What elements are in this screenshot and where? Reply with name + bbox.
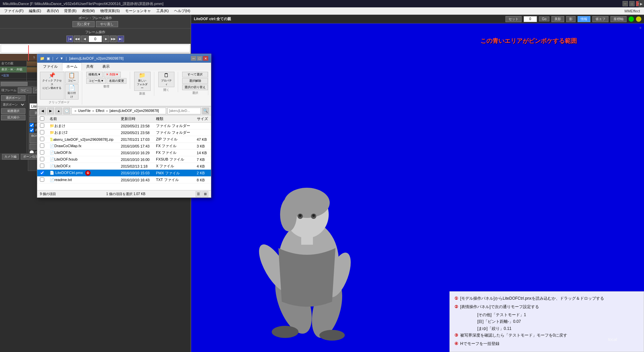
shadow-button[interactable]: 影 (566, 16, 576, 22)
economy-button[interactable]: 省エフ (592, 16, 608, 22)
explorer-maximize-btn[interactable]: □ (197, 56, 202, 61)
paste-ribbon-btn[interactable]: 📄 貼り付け (65, 84, 79, 100)
menu-file[interactable]: ファイル(F) (1, 8, 26, 14)
menu-edit[interactable]: 編集(E) (26, 8, 44, 14)
move-to-btn[interactable]: 移動先▼ (86, 72, 103, 77)
menu-motion[interactable]: モーションキャ (122, 8, 154, 14)
col-checkbox[interactable] (37, 115, 47, 123)
row-checkbox-fxsub[interactable] (40, 157, 44, 161)
view-value-input[interactable] (524, 16, 537, 22)
beauty-button[interactable]: 美影 (551, 16, 564, 22)
select-bones-button[interactable]: 選択ボーン (1, 95, 25, 101)
row-checkbox-pmx[interactable] (40, 171, 44, 175)
file-row-cocmap[interactable]: 📄DrawCoCMap.fx 2016/10/05 17:43 FX ファイル … (37, 143, 211, 150)
select-all-checkbox[interactable] (40, 116, 44, 121)
timeline-search-input[interactable] (1, 45, 190, 53)
col-date[interactable]: 更新日時 (118, 115, 153, 123)
scroll-right-button[interactable]: ▶ (639, 0, 644, 7)
row-checkbox-zip[interactable] (40, 137, 44, 141)
file-row-pmx[interactable]: 📄 LiteDOFCtrl.pmx ① 2016/10/10 15:03 PMX… (37, 170, 211, 177)
view-title: LiteDOF ctrl:全ての親 (194, 16, 503, 21)
file-row-readme[interactable]: 📄readme.txt 2016/10/10 16:43 TXT ファイル 8 … (37, 177, 211, 183)
ribbon-tab-share[interactable]: 共有 (82, 63, 98, 70)
select-all-btn[interactable]: すべて選択 (182, 72, 208, 77)
pin-btn[interactable]: 📌 クイック アクセスにピン留めする (40, 72, 64, 100)
zip-icon: 🗜 (50, 137, 53, 141)
undo-button[interactable]: 元に戻す (72, 21, 95, 27)
explorer-minimize-btn[interactable]: ─ (191, 56, 196, 61)
next-frame-button[interactable]: ▶ (103, 36, 109, 42)
menu-tool[interactable]: 工具(K) (154, 8, 171, 14)
set-button[interactable]: セット (505, 16, 522, 22)
deselect-btn[interactable]: 選択解除 (182, 78, 208, 84)
scrollbar-thumb[interactable] (1, 82, 28, 86)
file-date-cocmap: 2016/10/05 17:43 (118, 143, 153, 150)
menu-bg[interactable]: 背景(B) (61, 8, 79, 14)
viewport[interactable]: この青いエリアがピンボケする範囲 local tI ① [モデル操作パネル]から… (191, 23, 644, 352)
col-type[interactable]: 種類 (153, 115, 194, 123)
list-view-btn[interactable]: ☰ (196, 191, 202, 197)
row-checkbox-cocmap[interactable] (40, 143, 44, 148)
prev-frame-button[interactable]: ◀ (81, 36, 88, 42)
file-row-omake2[interactable]: 📁おまけ2 2020/05/21 23:58 ファイル フォルダー (37, 129, 211, 136)
fx-icon-litedof: 📄 (50, 151, 54, 155)
file-row-omake[interactable]: 📁おまけ 2020/05/21 23:58 ファイル フォルダー (37, 123, 211, 129)
menu-help[interactable]: ヘルプ(H) (171, 8, 193, 14)
col-size[interactable]: サイズ (194, 115, 211, 123)
row-checkbox-omake[interactable] (40, 123, 44, 128)
ribbon-tab-home[interactable]: ホーム (62, 63, 82, 71)
copy-to-btn[interactable]: コピー先▼ (86, 78, 106, 84)
pmx-selected-marker: ① (85, 170, 91, 176)
copy-button[interactable]: コピ－ (18, 87, 32, 93)
maximize-button[interactable]: □ (629, 1, 635, 6)
file-row-zip[interactable]: 🗜akeru_LiteDOF_v2[sm29609878].zip 2017/0… (37, 136, 211, 143)
auto-bone-checkbox[interactable] (30, 123, 34, 127)
search-input[interactable] (167, 108, 201, 114)
first-frame-button[interactable]: |◀ (66, 36, 73, 42)
nav-forward-btn[interactable]: ▶ (47, 108, 54, 114)
file-row-x[interactable]: 📄LiteDOF.x 2015/02/13 1:18 X ファイル 4 KB (37, 163, 211, 170)
row-checkbox-readme[interactable] (40, 177, 44, 182)
invert-select-btn[interactable]: 選択の切り替え (182, 84, 208, 90)
info-button[interactable]: 情報 (578, 16, 590, 22)
ribbon-tab-view[interactable]: 表示 (98, 63, 114, 70)
col-name[interactable]: 名前 (47, 115, 118, 123)
frame-input[interactable] (89, 36, 102, 42)
properties-btn[interactable]: 🗒 プロパティ (158, 72, 174, 87)
next-step-button[interactable]: ▶▶ (110, 36, 117, 42)
row-checkbox-litedof-fx[interactable] (40, 150, 44, 155)
explorer-close-btn[interactable]: ✕ (203, 56, 208, 61)
nav-recent-btn[interactable]: 🕐 (63, 108, 70, 114)
step-3-num: ③ (454, 332, 458, 339)
search-btn[interactable]: 🔍 (202, 108, 209, 114)
menu-physics[interactable]: 物理演算(S) (98, 8, 123, 14)
redo-button[interactable]: やり直し (96, 21, 118, 27)
nav-back-btn[interactable]: ◀ (39, 108, 46, 114)
rename-btn[interactable]: 名前の変更 (107, 78, 126, 84)
go-button[interactable]: Go (539, 16, 549, 21)
file-row-litedof-fx[interactable]: 📄LiteDOF.fx 2016/10/10 16:29 FX ファイル 14 … (37, 150, 211, 156)
row-checkbox-x[interactable] (40, 164, 44, 168)
prev-step-button[interactable]: ◀◀ (74, 36, 80, 42)
row-checkbox-omake2[interactable] (40, 130, 44, 134)
display-checkbox[interactable] (30, 128, 34, 132)
camera-edit-btn[interactable]: カメラ編 (2, 154, 19, 160)
new-folder-btn[interactable]: 📁 新しいフォルダー (134, 72, 150, 91)
delete-ribbon-btn[interactable]: ✕ 削除▼ (104, 72, 121, 77)
ribbon-tab-file[interactable]: ファイル (39, 63, 62, 70)
grid-view-btn[interactable]: ⊞ (202, 191, 208, 197)
nav-up-btn[interactable]: ▲ (55, 108, 62, 114)
bone-select-dropdown[interactable]: 選択ボーン (1, 102, 25, 108)
zoom-button[interactable]: 拡大縮小 (1, 115, 25, 120)
track-add[interactable]: +追加 (0, 73, 26, 79)
coordinate-button[interactable]: 座標軸 (610, 16, 627, 22)
minimize-button[interactable]: ─ (623, 1, 628, 6)
breadcrumb-bar[interactable]: ＞ UserFile ＞ Effect ＞ [akeru]LiteDOF_v2[… (71, 108, 166, 114)
last-frame-button[interactable]: ▶| (117, 36, 124, 42)
copy-ribbon-btn[interactable]: 📋 コピー (65, 72, 79, 83)
file-row-fxsub[interactable]: 📄LiteDOF.fxsub 2016/10/10 16:00 FXSUB ファ… (37, 156, 211, 163)
area-select-button[interactable]: 範囲選択 (1, 108, 25, 114)
file-date-readme: 2016/10/10 16:43 (118, 177, 153, 183)
menu-view[interactable]: 表示(V) (44, 8, 62, 14)
menu-expression[interactable]: 表情(M) (79, 8, 98, 14)
